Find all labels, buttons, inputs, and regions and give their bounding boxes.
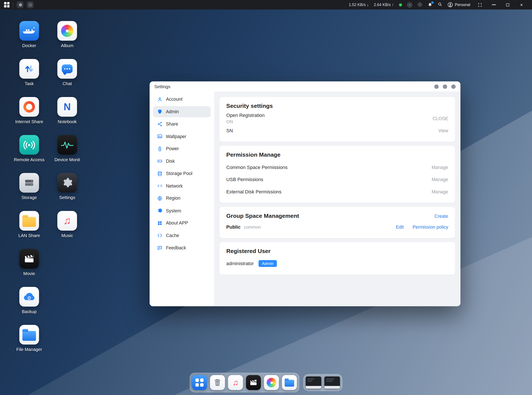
window-control-dot-1[interactable] <box>434 84 439 89</box>
desktop-icon-storage[interactable]: Storage <box>10 173 48 211</box>
sidebar-item-wallpaper[interactable]: Wallpaper <box>153 131 211 142</box>
desktop-icon-music[interactable]: ♫ Music <box>48 211 86 249</box>
user-menu[interactable]: Personal <box>448 2 470 7</box>
sidebar-item-share[interactable]: Share <box>153 118 211 130</box>
sidebar-item-label: About APP <box>166 220 188 225</box>
desktop-icon-backup[interactable]: Backup <box>10 287 48 325</box>
feedback-icon <box>157 245 163 251</box>
window-titlebar[interactable]: Settings <box>150 82 460 92</box>
trash-icon[interactable] <box>210 375 225 390</box>
desktop-icon-notebook[interactable]: N Notebook <box>48 97 86 135</box>
sidebar-item-power[interactable]: Power <box>153 143 211 154</box>
launcher-icon[interactable] <box>192 375 207 390</box>
sidebar-item-label: Storage Pool <box>166 171 192 176</box>
movie-icon <box>19 249 39 269</box>
sn-label: SN <box>226 128 438 133</box>
window-preview-2[interactable] <box>324 376 340 389</box>
lan-share-icon <box>19 211 39 230</box>
create-group-space-button[interactable]: Create <box>434 214 448 219</box>
desktop-icon-chat[interactable]: Chat <box>48 59 86 97</box>
card-title: Security settings <box>226 103 448 110</box>
album-icon <box>57 21 77 41</box>
top-bar-left <box>2 1 33 8</box>
desktop-icon-movie[interactable]: Movie <box>10 249 48 287</box>
card-header-row: Group Space Management Create <box>226 211 448 221</box>
sidebar-item-admin[interactable]: Admin <box>153 106 211 117</box>
minimize-button[interactable] <box>489 5 498 5</box>
sidebar-item-storage-pool[interactable]: Storage Pool <box>153 168 211 179</box>
sidebar-item-disk[interactable]: Disk <box>153 156 211 167</box>
desktop-icon-label: Device Monit <box>55 157 80 162</box>
window-preview-1[interactable] <box>306 376 321 389</box>
monitor-icon[interactable] <box>407 2 412 7</box>
registered-user-card: Registered User administrator Admin <box>219 242 455 275</box>
permission-manage-card: Permission Manage Common Space Permissio… <box>219 146 455 203</box>
top-bar-right: 1.52 KB/s ↓ 2.64 KB/s ↑ Personal <box>349 2 530 8</box>
music-icon[interactable]: ♫ <box>228 375 243 390</box>
app-grid-icon[interactable] <box>4 2 10 7</box>
storage-icon <box>19 173 39 192</box>
close-button[interactable]: × <box>517 2 526 7</box>
close-registration-action[interactable]: CLOSE <box>432 116 448 121</box>
desktop-icon-lan-share[interactable]: LAN Share <box>10 211 48 249</box>
sidebar-item-account[interactable]: Account <box>153 93 211 105</box>
notebook-icon: N <box>57 97 77 117</box>
desktop-icon-task[interactable]: Task <box>10 59 48 97</box>
settings-app-icon <box>57 173 77 192</box>
about-app-icon <box>157 220 163 226</box>
search-icon[interactable] <box>438 2 442 7</box>
docker-icon <box>19 21 39 41</box>
desktop-icon-settings[interactable]: Settings <box>48 173 86 211</box>
sn-view-action[interactable]: View <box>438 128 448 133</box>
row-label: External Disk Permissions <box>226 189 432 194</box>
common-space-permissions-row: Common Space Permissions Manage <box>226 161 448 174</box>
desktop-icon-label: Chat <box>62 81 72 86</box>
registered-user-name: administrator <box>226 261 254 266</box>
sidebar-item-about-app[interactable]: About APP <box>153 217 211 229</box>
manage-action[interactable]: Manage <box>432 177 448 182</box>
tray-app-settings-icon[interactable] <box>17 1 23 8</box>
sidebar-item-label: Share <box>166 121 178 127</box>
status-dot <box>399 3 402 6</box>
maximize-button[interactable] <box>503 3 512 6</box>
sidebar-item-region[interactable]: Region <box>153 192 211 204</box>
desktop-icon-album[interactable]: Album <box>48 21 86 59</box>
sidebar-item-feedback[interactable]: Feedback <box>153 242 211 253</box>
photos-icon[interactable] <box>264 375 279 390</box>
window-control-dot-2[interactable] <box>443 84 447 89</box>
permission-policy-button[interactable]: Permission policy <box>412 224 448 230</box>
group-space-tag: common <box>244 224 396 230</box>
window-body: Account Admin Share Wallpaper Power <box>150 92 460 306</box>
desktop-icon-file-manager[interactable]: File Manager <box>10 325 48 363</box>
desktop-icon-device-monit[interactable]: Device Monit <box>48 135 86 173</box>
desktop-icon-internet-share[interactable]: Internet Share <box>10 97 48 135</box>
dock: ♫ <box>0 373 532 392</box>
dock-app-group: ♫ <box>190 373 299 392</box>
helm-icon[interactable] <box>417 2 422 8</box>
tray-app-monitor-icon[interactable] <box>27 1 33 8</box>
sidebar-item-network[interactable]: Network <box>153 180 211 192</box>
manage-action[interactable]: Manage <box>432 165 448 170</box>
movie-icon[interactable] <box>246 375 261 390</box>
fullscreen-icon[interactable] <box>475 3 484 7</box>
folder-icon[interactable] <box>282 375 297 390</box>
sidebar-item-cache[interactable]: Cache <box>153 230 211 241</box>
open-registration-row: Open Registration ON CLOSE <box>226 112 448 125</box>
window-control-dot-3[interactable] <box>451 84 455 89</box>
cache-icon <box>157 232 163 238</box>
desktop-icon-label: Backup <box>22 309 37 314</box>
public-group-space-row: Public common Edit Permission policy <box>226 221 448 233</box>
manage-action[interactable]: Manage <box>432 189 448 194</box>
sidebar-item-system[interactable]: System <box>153 205 211 216</box>
disk-icon <box>157 158 163 164</box>
group-space-name: Public <box>226 224 241 230</box>
internet-share-icon <box>19 97 39 117</box>
desktop-icon-remote-access[interactable]: Remote Access <box>10 135 48 173</box>
divider <box>13 2 13 7</box>
edit-group-space-button[interactable]: Edit <box>396 224 404 230</box>
sidebar-item-label: Admin <box>166 109 179 114</box>
notifications-icon[interactable] <box>427 2 432 7</box>
desktop-icon-label: Notebook <box>58 119 77 124</box>
desktop-icon-docker[interactable]: Docker <box>10 21 48 59</box>
wallpaper-icon <box>157 133 163 139</box>
